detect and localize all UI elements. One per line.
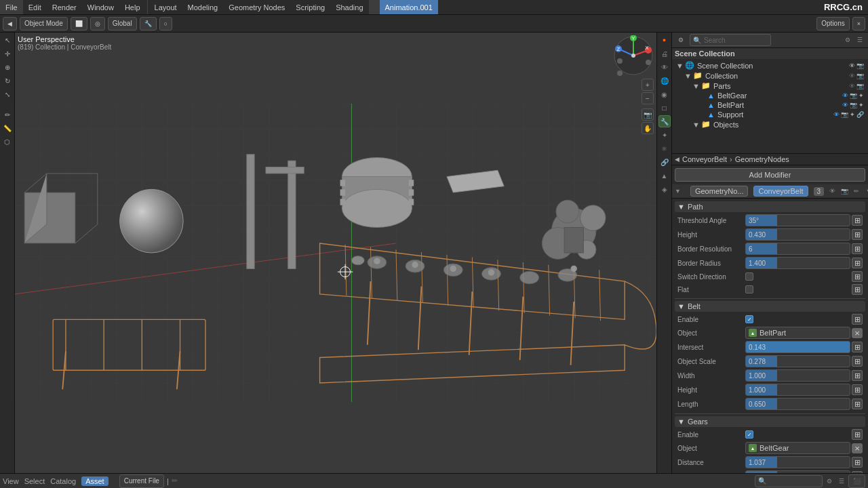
right-icon-scene[interactable]: 🌐 — [658, 75, 671, 87]
edit-icon[interactable]: ✏ — [172, 476, 178, 485]
current-file-btn[interactable]: Current File — [119, 474, 164, 488]
beltgear-render-icon[interactable]: 📷 — [850, 92, 857, 99]
menu-shading[interactable] — [369, 0, 380, 14]
scene-vis-icon[interactable]: 👁 — [849, 62, 855, 69]
height-value[interactable]: 0.430 — [745, 228, 850, 241]
right-icon-output[interactable]: 🖨 — [658, 47, 671, 60]
gears-distance-value[interactable]: 1.037 — [745, 456, 850, 468]
asset-view-tab[interactable]: View — [3, 477, 19, 485]
object-mode-btn[interactable]: Object Mode — [20, 17, 68, 30]
viewport-shading-btn[interactable]: ⬜ — [71, 17, 87, 30]
viewport-move[interactable]: ✋ — [642, 122, 654, 134]
threshold-expand[interactable]: ⊞ — [852, 215, 863, 226]
belt-width-value[interactable]: 1.000 — [745, 369, 850, 382]
menu-file[interactable]: File — [0, 0, 23, 14]
right-icon-world[interactable]: ◉ — [658, 88, 671, 100]
menu-animation[interactable]: Modeling — [182, 0, 224, 14]
menu-layout[interactable]: Layout — [149, 0, 182, 14]
right-icon-view[interactable]: 👁 — [658, 61, 671, 73]
hierarchy-scene-collection[interactable]: ▼ 🌐 Scene Collection 👁 📷 — [673, 60, 867, 70]
gears-enable-expand[interactable]: ⊞ — [852, 429, 863, 440]
asset-asset-tab[interactable]: Asset — [81, 476, 108, 486]
height-expand[interactable]: ⊞ — [852, 229, 863, 240]
support-extra2-icon[interactable]: 🔗 — [856, 111, 864, 118]
snap-btn[interactable]: 🔧 — [140, 17, 157, 30]
active-tab[interactable]: Animation.001 — [380, 0, 438, 14]
left-tool-cursor[interactable]: ✛ — [1, 47, 14, 60]
filter-btn[interactable]: ⚙ — [842, 35, 853, 45]
right-icon-render[interactable]: ● — [658, 34, 671, 46]
right-icon-particles[interactable]: ✦ — [658, 129, 671, 141]
gears-object-value[interactable]: ▲ BeltGear — [745, 442, 850, 454]
belt-object-clear[interactable]: × — [852, 328, 863, 338]
belt-object-value[interactable]: ▲ BeltPart — [745, 327, 850, 339]
menu-help[interactable]: Help — [119, 0, 146, 14]
scene-render-icon[interactable]: 📷 — [856, 62, 864, 69]
switch-dir-checkbox[interactable] — [745, 272, 753, 281]
proportional-btn[interactable]: ○ — [159, 17, 172, 30]
right-icon-physics[interactable]: ⚛ — [658, 142, 671, 155]
border-radius-expand[interactable]: ⊞ — [852, 258, 863, 268]
right-icon-constraints[interactable]: 🔗 — [658, 156, 671, 168]
left-tool-transform[interactable]: ⬡ — [1, 136, 14, 148]
menu-window[interactable]: Window — [82, 0, 119, 14]
breadcrumb-nodes[interactable]: GeometryNodes — [735, 155, 789, 163]
menu-modeling[interactable]: Geometry Nodes — [223, 0, 290, 14]
parts-vis-icon[interactable]: 👁 — [849, 83, 855, 89]
hierarchy-search[interactable]: 🔍 Search — [690, 34, 771, 46]
flat-checkbox[interactable] — [745, 285, 753, 293]
modifier-name[interactable]: GeometryNo... — [690, 186, 749, 197]
menu-render[interactable]: Render — [47, 0, 82, 14]
viewport-zoom-out[interactable]: − — [642, 92, 654, 104]
close-window-btn[interactable]: × — [852, 17, 865, 30]
path-section-header[interactable]: ▼ Path — [675, 201, 865, 212]
beltpart-render-icon[interactable]: 📷 — [850, 102, 857, 108]
options-btn[interactable]: Options — [816, 17, 849, 30]
beltgear-vis-icon[interactable]: 👁 — [842, 92, 848, 99]
asset-view-icon[interactable]: ☰ — [836, 476, 847, 487]
asset-search[interactable]: 🔍 — [755, 475, 823, 487]
breadcrumb-object[interactable]: ConveyorBelt — [682, 155, 727, 163]
obj-scale-value[interactable]: 0.278 — [745, 355, 850, 367]
menu-edit[interactable]: Edit — [23, 0, 47, 14]
threshold-value[interactable]: 35° — [745, 214, 850, 226]
border-res-value[interactable]: 6 — [745, 243, 850, 255]
hierarchy-support[interactable]: ▲ Support 👁 📷 ✦ 🔗 — [698, 110, 867, 119]
right-icon-object[interactable]: □ — [658, 102, 671, 114]
coll-vis-icon[interactable]: 👁 — [849, 73, 855, 79]
beltgear-extra-icon[interactable]: ✦ — [859, 92, 864, 99]
scene-hierarchy[interactable]: ▼ 🌐 Scene Collection 👁 📷 ▼ 📁 Collection … — [672, 59, 868, 154]
beltpart-extra-icon[interactable]: ✦ — [859, 102, 864, 108]
mod-edit-icon[interactable]: ✏ — [851, 186, 862, 197]
support-render-icon[interactable]: 📷 — [841, 111, 848, 118]
support-vis-icon[interactable]: 👁 — [833, 111, 840, 118]
support-extra-icon[interactable]: ✦ — [850, 111, 855, 118]
navigation-gizmo[interactable]: X Y Z — [613, 35, 654, 76]
left-tool-move[interactable]: ⊕ — [1, 61, 14, 73]
belt-length-value[interactable]: 0.650 — [745, 398, 850, 410]
left-tool-select[interactable]: ↖ — [1, 34, 14, 46]
coll-render-icon[interactable]: 📷 — [856, 73, 864, 79]
belt-enable-expand[interactable]: ⊞ — [852, 314, 863, 325]
beltpart-vis-icon[interactable]: 👁 — [842, 102, 848, 108]
right-icon-data[interactable]: ▲ — [658, 169, 671, 182]
right-icon-material[interactable]: ◈ — [658, 183, 671, 195]
intersect-expand[interactable]: ⊞ — [852, 342, 863, 352]
belt-width-expand[interactable]: ⊞ — [852, 370, 863, 381]
left-tool-scale[interactable]: ⤡ — [1, 88, 14, 100]
asset-select-tab[interactable]: Select — [24, 477, 45, 485]
belt-length-expand[interactable]: ⊞ — [852, 399, 863, 409]
border-radius-value[interactable]: 1.400 — [745, 257, 850, 269]
mod-view-icon[interactable]: 👁 — [827, 186, 837, 197]
gears-enable-checkbox[interactable]: ✓ — [745, 430, 753, 439]
belt-enable-checkbox[interactable]: ✓ — [745, 315, 753, 323]
view-menu-btn[interactable]: ◀ — [3, 17, 17, 30]
hierarchy-parts[interactable]: ▼ 📁 Parts 👁 📷 — [690, 81, 867, 91]
mod-render-icon[interactable]: 📷 — [839, 186, 850, 197]
asset-filter-icon[interactable]: ⚙ — [824, 476, 835, 487]
view-btn[interactable]: ☰ — [854, 35, 865, 45]
modifier-collapse-tri[interactable]: ▼ — [675, 188, 681, 195]
hierarchy-beltgear[interactable]: ▲ BeltGear 👁 📷 ✦ — [698, 91, 867, 100]
hierarchy-objects[interactable]: ▼ 📁 Objects — [690, 119, 867, 129]
belt-section-header[interactable]: ▼ Belt — [675, 301, 865, 312]
